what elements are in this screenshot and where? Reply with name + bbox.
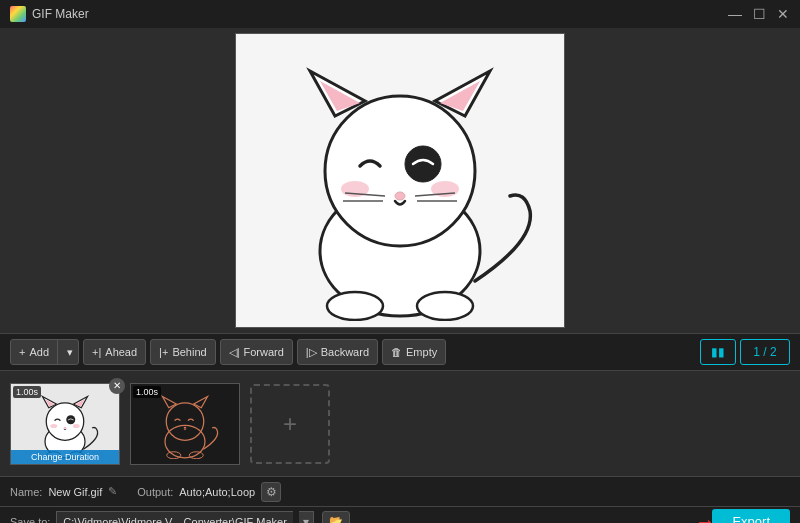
add-icon: + — [19, 346, 25, 358]
pause-icon: ▮▮ — [711, 345, 725, 359]
backward-icon: |▷ — [306, 346, 317, 359]
export-button[interactable]: Export — [712, 509, 790, 524]
filmstrip: 1.00s ✕ Change Duration — [0, 371, 800, 476]
preview-canvas — [235, 33, 565, 328]
save-path-display: C:\Vidmore\Vidmore V... Converter\GIF Ma… — [56, 511, 293, 524]
svg-point-1 — [325, 96, 475, 246]
svg-point-14 — [327, 292, 383, 320]
output-value: Auto;Auto;Loop — [179, 486, 255, 498]
add-label: Add — [29, 346, 49, 358]
page-indicator: 1 / 2 — [740, 339, 790, 365]
save-bar: Save to: C:\Vidmore\Vidmore V... Convert… — [0, 506, 800, 523]
save-path-dropdown[interactable]: ▾ — [299, 511, 314, 524]
pause-button[interactable]: ▮▮ — [700, 339, 736, 365]
frame-duration-1: 1.00s — [13, 386, 41, 398]
film-frame-2[interactable]: 1.00s — [130, 383, 240, 465]
behind-button[interactable]: |+ Behind — [150, 339, 216, 365]
open-folder-button[interactable]: 📂 — [322, 511, 350, 524]
window-controls: — ☐ ✕ — [728, 7, 790, 21]
ahead-button[interactable]: +| Ahead — [83, 339, 146, 365]
svg-point-17 — [46, 402, 84, 440]
film-frame-1[interactable]: 1.00s ✕ Change Duration — [10, 383, 120, 465]
add-frame-button[interactable]: + — [250, 384, 330, 464]
svg-point-9 — [395, 192, 405, 200]
svg-point-32 — [184, 426, 187, 428]
output-field: Output: Auto;Auto;Loop ⚙ — [137, 482, 281, 502]
ahead-icon: +| — [92, 346, 101, 358]
toolbar: + Add ▾ +| Ahead |+ Behind ◁| Forward |▷… — [0, 333, 800, 371]
name-label: Name: — [10, 486, 42, 498]
forward-button[interactable]: ◁| Forward — [220, 339, 293, 365]
maximize-button[interactable]: ☐ — [752, 7, 766, 21]
frame-close-1[interactable]: ✕ — [109, 378, 125, 394]
svg-point-23 — [50, 424, 57, 428]
output-label: Output: — [137, 486, 173, 498]
add-dropdown-arrow[interactable]: ▾ — [62, 340, 78, 364]
svg-point-24 — [73, 424, 80, 428]
frame-duration-2: 1.00s — [133, 386, 161, 398]
empty-button[interactable]: 🗑 Empty — [382, 339, 446, 365]
backward-button[interactable]: |▷ Backward — [297, 339, 378, 365]
app-title: GIF Maker — [32, 7, 728, 21]
minimize-button[interactable]: — — [728, 7, 742, 21]
title-bar: GIF Maker — ☐ ✕ — [0, 0, 800, 28]
frame-label-1[interactable]: Change Duration — [11, 450, 119, 464]
name-value: New Gif.gif — [48, 486, 102, 498]
name-field: Name: New Gif.gif ✎ — [10, 485, 117, 498]
folder-icon: 📂 — [329, 515, 343, 523]
behind-icon: |+ — [159, 346, 168, 358]
add-frame-icon: + — [283, 410, 297, 438]
close-button[interactable]: ✕ — [776, 7, 790, 21]
preview-area — [0, 28, 800, 333]
svg-point-25 — [64, 426, 67, 428]
svg-point-29 — [166, 402, 204, 440]
trash-icon: 🗑 — [391, 346, 402, 358]
forward-icon: ◁| — [229, 346, 240, 359]
settings-icon[interactable]: ⚙ — [261, 482, 281, 502]
save-label: Save to: — [10, 516, 50, 524]
svg-point-22 — [66, 415, 75, 424]
app-icon — [10, 6, 26, 22]
add-button[interactable]: + Add ▾ — [10, 339, 79, 365]
info-bar: Name: New Gif.gif ✎ Output: Auto;Auto;Lo… — [0, 476, 800, 506]
edit-icon[interactable]: ✎ — [108, 485, 117, 498]
svg-point-6 — [405, 146, 441, 182]
svg-point-15 — [417, 292, 473, 320]
